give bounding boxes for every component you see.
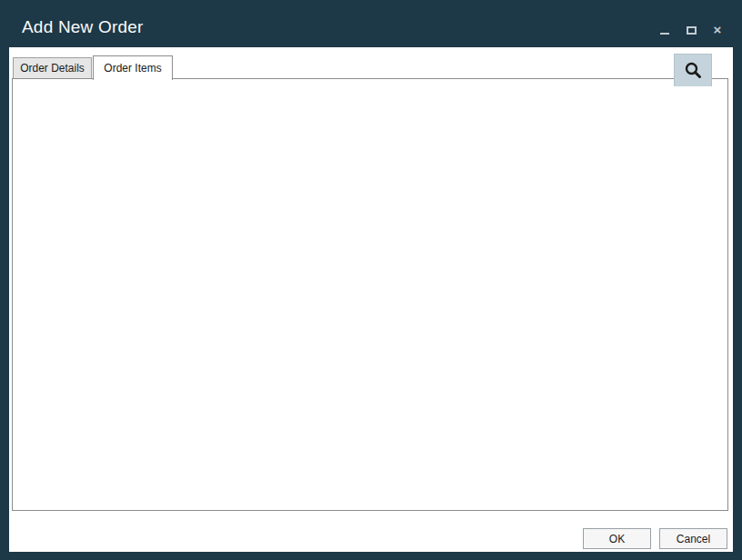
dialog-client-area: Order Details Order Items Search: [9, 47, 733, 552]
titlebar: Add New Order × [0, 0, 742, 47]
maximize-icon [687, 26, 697, 35]
close-icon: × [714, 24, 722, 36]
search-icon [683, 61, 703, 81]
ok-button[interactable]: OK [583, 528, 651, 549]
maximize-button[interactable] [685, 24, 697, 36]
close-button[interactable]: × [711, 24, 724, 36]
window-controls: × [658, 24, 724, 36]
order-items-tab-page [12, 78, 728, 511]
minimize-icon [660, 33, 669, 35]
search-toggle-button[interactable] [674, 54, 712, 86]
tab-order-details[interactable]: Order Details [13, 57, 92, 78]
minimize-button[interactable] [658, 24, 671, 36]
window-title: Add New Order [22, 17, 144, 37]
add-new-order-dialog: Add New Order × Order Details Order Item… [0, 0, 742, 560]
cancel-button[interactable]: Cancel [659, 528, 727, 549]
tab-order-items[interactable]: Order Items [93, 55, 173, 80]
